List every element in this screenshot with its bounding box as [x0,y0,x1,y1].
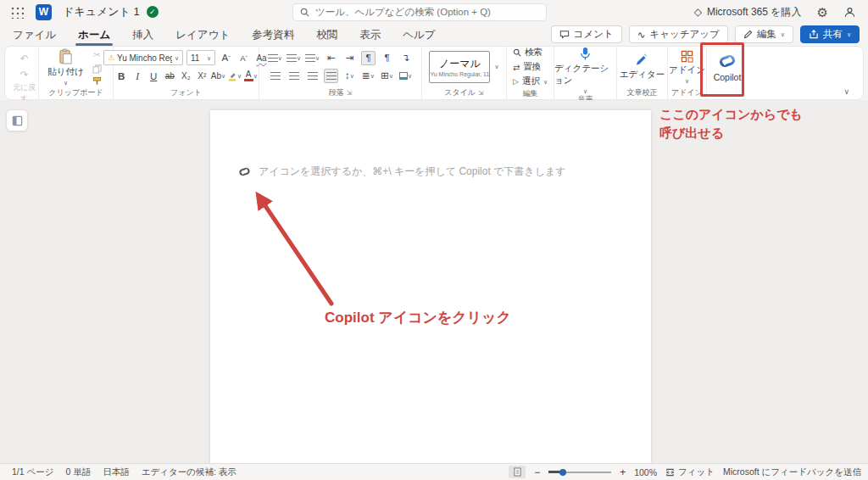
subscript-button[interactable]: X₂ [179,69,193,83]
addins-grid-icon [681,50,693,63]
word-count[interactable]: 0 単語 [66,466,92,478]
page-count[interactable]: 1/1 ページ [12,466,54,478]
comments-button[interactable]: コメント [551,25,622,43]
clipboard-icon [58,48,73,64]
ribbon-tab-row: ファイル ホーム 挿入 レイアウト 参考資料 校閲 表示 ヘルプ コメント ∿ … [0,24,868,46]
thumbnail-pane-toggle[interactable] [6,109,28,131]
document-page[interactable]: アイコンを選択するか、⌘+\ キーを押して Copilot で下書きします [210,110,651,463]
replace-button[interactable]: ⇄ 置換 [513,61,541,73]
align-left-icon[interactable] [268,69,282,83]
home-ribbon: ↶ ↷ 元に戻す 貼り付け ∨ ✂ クリップボード [4,46,864,100]
underline-button[interactable]: U [147,69,161,83]
app-launcher-icon[interactable] [10,5,24,19]
text-effects-button[interactable]: Ab∨ [211,69,225,83]
paste-button[interactable]: 貼り付け ∨ [47,48,84,86]
style-normal-button[interactable]: ノーマル Yu Mincho Regular, 11 [429,51,490,83]
zoom-out-button[interactable]: − [534,466,540,478]
fit-icon [665,468,675,477]
decrease-indent-icon[interactable]: ⇤ [324,51,338,65]
title-bar: W ドキュメント 1 ✓ ツール、ヘルプなどの検索 (Option + Q) ◇… [0,0,868,24]
chevron-down-icon: ∨ [207,55,211,61]
comment-icon [559,30,570,39]
language[interactable]: 日本語 [103,466,130,478]
collapse-ribbon-icon[interactable]: ∨ [843,87,849,96]
annotation-arrow-label: Copilot アイコンをクリック [325,308,511,327]
document-title[interactable]: ドキュメント 1 [63,4,140,20]
pane-icon [12,115,23,126]
numbered-list-icon[interactable]: ∨ [287,51,301,65]
format-painter-icon[interactable] [92,76,102,86]
tab-layout[interactable]: レイアウト [175,25,231,46]
chevron-down-icon: ∨ [847,31,851,37]
tab-file[interactable]: ファイル [12,25,57,46]
shading-icon[interactable]: ≣∨ [361,69,376,83]
styles-gallery-chevron-icon[interactable]: ∨ [494,64,498,70]
shrink-font-icon[interactable]: Aˇ [236,51,251,65]
grow-font-icon[interactable]: Aˆ [219,51,233,65]
tab-insert[interactable]: 挿入 [131,25,154,46]
line-spacing-icon[interactable]: ↕∨ [342,69,357,83]
tab-review[interactable]: 校閲 [315,25,338,46]
highlighter-icon [227,71,237,81]
search-input[interactable]: ツール、ヘルプなどの検索 (Option + Q) [292,3,547,21]
align-center-icon[interactable] [287,69,301,83]
zoom-slider-knob[interactable] [559,469,566,476]
paragraph-mark-icon[interactable]: ¶ [380,51,394,65]
fill-color-icon[interactable]: ∨ [398,69,413,83]
copilot-inline-icon[interactable] [238,165,251,178]
bold-button[interactable]: B [114,69,129,83]
settings-gear-icon[interactable]: ⚙ [817,6,828,19]
copilot-placeholder-text: アイコンを選択するか、⌘+\ キーを押して Copilot で下書きします [259,165,565,179]
font-color-button[interactable]: A∨ [243,69,258,83]
editor-button[interactable]: エディター [620,53,665,81]
fit-button[interactable]: フィット [665,466,715,478]
find-button[interactable]: 検索 [513,47,542,59]
clipboard-group-label: クリップボード [39,87,113,99]
styles-dialog-launcher-icon[interactable]: ⇲ [478,89,484,97]
word-logo[interactable]: W [36,4,52,20]
account-icon[interactable] [843,6,856,19]
highlight-color-button[interactable]: ∨ [227,69,242,83]
select-icon: ▷ [513,77,519,86]
tab-view[interactable]: 表示 [359,25,381,46]
borders-icon[interactable]: ⊞∨ [380,69,394,83]
show-formatting-marks-icon[interactable]: ¶ [361,51,376,65]
superscript-button[interactable]: X² [195,69,209,83]
tab-home[interactable]: ホーム [77,25,111,46]
italic-button[interactable]: I [131,69,145,83]
multilevel-list-icon[interactable]: ∨ [305,51,320,65]
cut-icon[interactable]: ✂ [90,47,104,62]
bullet-list-icon[interactable]: ∨ [268,51,282,65]
copy-icon[interactable] [92,64,102,74]
font-name-select[interactable]: ⚠ Yu Mincho Reg... ∨ [103,50,183,65]
justify-icon[interactable] [324,69,338,83]
zoom-slider[interactable] [548,467,611,477]
font-size-select[interactable]: 11 ∨ [186,50,215,65]
text-direction-icon[interactable]: ↴ [398,51,413,65]
zoom-in-button[interactable]: + [620,466,626,478]
share-button[interactable]: 共有 ∨ [800,25,860,43]
catch-up-button[interactable]: ∿ キャッチアップ [629,25,728,43]
buy-microsoft365-button[interactable]: ◇ Microsoft 365 を購入 [694,5,802,20]
share-icon [809,30,819,39]
addins-button[interactable]: アドイン ∨ [669,50,705,84]
dictation-button[interactable]: ディクテーション ∨ [554,47,616,94]
editor-suggestions[interactable]: エディターの候補: 表示 [142,466,236,478]
copilot-button[interactable]: Copilot [714,52,742,82]
strikethrough-button[interactable]: ab [163,69,177,83]
font-group-label: フォント [114,87,259,99]
increase-indent-icon[interactable]: ⇥ [342,51,357,65]
undo-icon[interactable]: ↶ [17,52,31,66]
chevron-down-icon: ∨ [64,80,68,86]
redo-icon[interactable]: ↷ [17,68,31,82]
select-button[interactable]: ▷ 選択 ∨ [513,75,548,87]
paragraph-dialog-launcher-icon[interactable]: ⇲ [347,89,353,97]
page-view-button[interactable] [509,466,526,478]
tab-help[interactable]: ヘルプ [402,25,436,46]
align-right-icon[interactable] [305,69,320,83]
editing-group-label: 編集 [507,87,554,99]
tab-references[interactable]: 参考資料 [251,25,295,46]
zoom-level[interactable]: 100% [634,467,657,477]
send-feedback-link[interactable]: Microsoft にフィードバックを送信 [723,466,861,478]
editing-mode-button[interactable]: 編集 ∨ [735,25,793,43]
